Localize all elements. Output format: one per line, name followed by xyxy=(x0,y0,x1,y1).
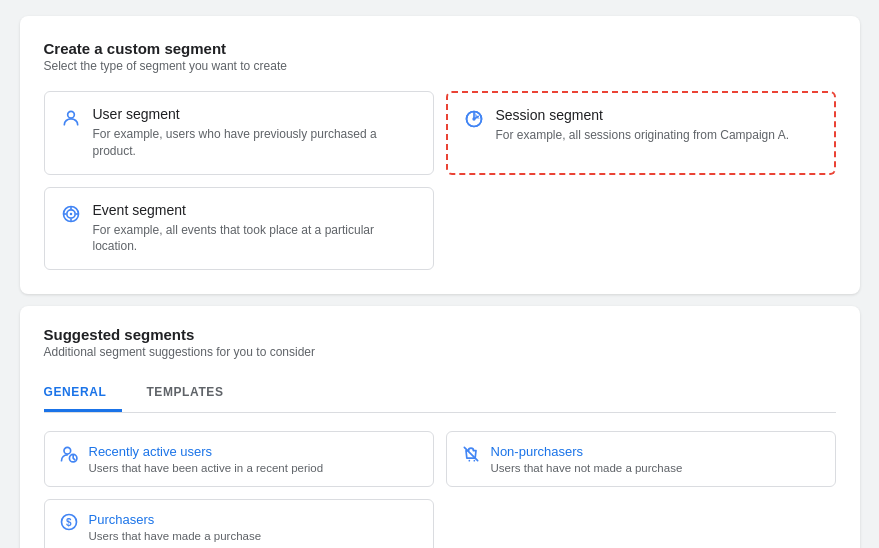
user-segment-option[interactable]: User segment For example, users who have… xyxy=(44,91,434,175)
recently-active-users-icon xyxy=(59,444,79,464)
event-segment-option[interactable]: Event segment For example, all events th… xyxy=(44,187,434,271)
purchasers-item[interactable]: $ Purchasers Users that have made a purc… xyxy=(44,499,434,548)
create-segment-card: Create a custom segment Select the type … xyxy=(20,16,860,294)
non-purchasers-title: Non-purchasers xyxy=(491,444,683,459)
recently-active-users-desc: Users that have been active in a recent … xyxy=(89,462,324,474)
user-segment-title: User segment xyxy=(93,106,417,122)
purchasers-title: Purchasers xyxy=(89,512,262,527)
svg-point-14 xyxy=(468,460,470,462)
session-segment-icon xyxy=(464,109,484,129)
suggested-segments-subtitle: Additional segment suggestions for you t… xyxy=(44,345,836,359)
suggested-segments-card: Suggested segments Additional segment su… xyxy=(20,306,860,548)
session-segment-title: Session segment xyxy=(496,107,789,123)
svg-point-3 xyxy=(472,117,475,120)
suggested-items-grid: Recently active users Users that have be… xyxy=(44,431,836,548)
recently-active-users-title: Recently active users xyxy=(89,444,324,459)
tab-templates[interactable]: TEMPLATES xyxy=(146,377,239,412)
purchasers-desc: Users that have made a purchase xyxy=(89,530,262,542)
segment-options-grid: User segment For example, users who have… xyxy=(44,91,836,270)
svg-point-15 xyxy=(473,460,475,462)
event-segment-desc: For example, all events that took place … xyxy=(93,222,417,256)
svg-text:$: $ xyxy=(66,517,72,528)
suggested-segments-title: Suggested segments xyxy=(44,326,836,343)
non-purchasers-desc: Users that have not made a purchase xyxy=(491,462,683,474)
session-segment-desc: For example, all sessions originating fr… xyxy=(496,127,789,144)
event-segment-title: Event segment xyxy=(93,202,417,218)
session-segment-option[interactable]: Session segment For example, all session… xyxy=(446,91,836,175)
non-purchasers-item[interactable]: Non-purchasers Users that have not made … xyxy=(446,431,836,487)
user-segment-desc: For example, users who have previously p… xyxy=(93,126,417,160)
svg-point-6 xyxy=(69,212,72,215)
create-segment-title: Create a custom segment xyxy=(44,40,836,57)
purchasers-icon: $ xyxy=(59,512,79,532)
tab-general[interactable]: GENERAL xyxy=(44,377,123,412)
non-purchasers-icon xyxy=(461,444,481,464)
svg-point-0 xyxy=(67,111,74,118)
create-segment-subtitle: Select the type of segment you want to c… xyxy=(44,59,836,73)
event-segment-icon xyxy=(61,204,81,224)
recently-active-users-item[interactable]: Recently active users Users that have be… xyxy=(44,431,434,487)
suggested-tabs: GENERAL TEMPLATES xyxy=(44,377,836,413)
user-segment-icon xyxy=(61,108,81,128)
svg-point-11 xyxy=(64,448,71,455)
